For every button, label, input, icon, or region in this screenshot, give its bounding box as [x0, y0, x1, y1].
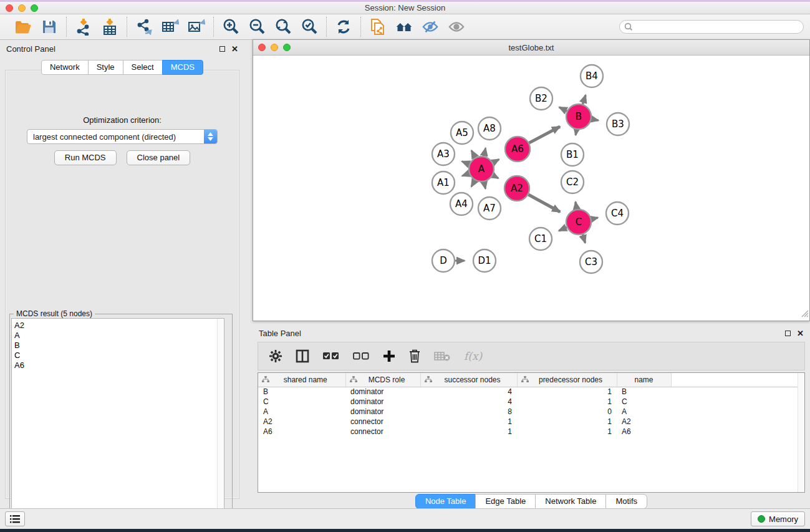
column-header-MCDS-role[interactable]: MCDS role	[345, 373, 420, 387]
table-tab-motifs[interactable]: Motifs	[605, 494, 647, 509]
cell[interactable]: A2	[617, 417, 671, 427]
node-B1[interactable]: B1	[561, 143, 584, 166]
close-table-panel-icon[interactable]: ✕	[797, 331, 804, 336]
open-file-icon[interactable]	[14, 18, 32, 36]
cell[interactable]: 1	[517, 427, 617, 437]
resize-grip-icon[interactable]	[801, 309, 809, 320]
edge-C-C4[interactable]	[591, 218, 597, 219]
edge-C-C1[interactable]	[559, 227, 567, 231]
zoom-in-icon[interactable]	[222, 18, 239, 36]
table-row[interactable]: A6connector11A6	[258, 427, 804, 437]
cell[interactable]: C	[258, 397, 345, 407]
cell[interactable]: A	[617, 407, 671, 417]
node-C3[interactable]: C3	[580, 251, 602, 273]
node-B2[interactable]: B2	[530, 87, 552, 110]
cell[interactable]: 1	[517, 397, 617, 407]
node-B3[interactable]: B3	[607, 113, 629, 135]
run-mcds-button[interactable]: Run MCDS	[54, 150, 117, 165]
result-item[interactable]: A2	[14, 321, 224, 331]
edge-B-B2[interactable]	[559, 107, 567, 111]
node-D1[interactable]: D1	[473, 249, 496, 272]
edge-C-C2[interactable]	[576, 202, 577, 210]
node-A7[interactable]: A7	[478, 197, 501, 220]
float-table-panel-icon[interactable]	[785, 331, 791, 336]
edge-A-A8[interactable]	[484, 148, 486, 156]
cell[interactable]: 1	[517, 417, 617, 427]
hide-unselected-icon[interactable]	[422, 18, 439, 36]
table-scrollbar[interactable]	[798, 373, 804, 492]
cell[interactable]: B	[617, 387, 671, 397]
memory-button[interactable]: Memory	[751, 511, 805, 526]
table-row[interactable]: Cdominator41C	[258, 397, 804, 407]
edge-A-A1[interactable]	[462, 173, 469, 176]
edge-A-A7[interactable]	[484, 182, 485, 189]
node-A4[interactable]: A4	[450, 193, 473, 215]
cell[interactable]: 1	[420, 417, 517, 427]
table-row[interactable]: Adominator80A	[258, 407, 804, 417]
export-table-icon[interactable]	[162, 18, 179, 36]
zoom-selected-icon[interactable]	[301, 18, 318, 36]
search-input[interactable]	[619, 20, 804, 34]
tab-style[interactable]: Style	[88, 60, 123, 75]
node-A6[interactable]: A6	[505, 137, 530, 162]
node-D[interactable]: D	[432, 249, 455, 272]
select-all-rows-icon[interactable]	[323, 347, 339, 365]
close-panel-button[interactable]: Close panel	[127, 150, 191, 165]
edge-B-B1[interactable]	[576, 130, 576, 135]
edge-A-A2[interactable]	[493, 175, 498, 178]
cell[interactable]: connector	[345, 427, 420, 437]
task-history-button[interactable]	[5, 511, 25, 526]
table-row[interactable]: A2connector11A2	[258, 417, 804, 427]
tab-select[interactable]: Select	[123, 60, 163, 75]
edge-A-A4[interactable]	[471, 180, 475, 186]
edge-B-B3[interactable]	[592, 119, 599, 120]
settings-gear-icon[interactable]	[269, 347, 282, 365]
cell[interactable]: 1	[517, 387, 617, 397]
edge-A-A5[interactable]	[471, 150, 475, 157]
edge-C-C3[interactable]	[582, 235, 585, 243]
edge-A6-B[interactable]	[529, 127, 560, 143]
import-table-icon[interactable]	[101, 18, 118, 36]
node-B[interactable]: B	[566, 104, 591, 129]
node-C2[interactable]: C2	[561, 171, 584, 193]
zoom-out-icon[interactable]	[248, 18, 266, 36]
node-A8[interactable]: A8	[478, 117, 501, 140]
node-A5[interactable]: A5	[451, 122, 473, 144]
add-column-icon[interactable]	[383, 347, 395, 365]
node-A[interactable]: A	[469, 157, 494, 181]
cell[interactable]: C	[617, 397, 671, 407]
node-A1[interactable]: A1	[432, 172, 455, 194]
node-B4[interactable]: B4	[581, 65, 603, 87]
cell[interactable]: A	[258, 407, 345, 417]
cell[interactable]: 0	[517, 407, 617, 417]
node-table[interactable]: shared nameMCDS rolesuccessor nodesprede…	[258, 372, 805, 493]
edge-A2-C[interactable]	[528, 195, 560, 212]
edge-A-A3[interactable]	[462, 162, 470, 165]
network-canvas[interactable]: B4B2BB3A8A5A6A3B1AC2A1A2A4A7C4CC1DD1C3	[253, 56, 809, 321]
cell[interactable]: 1	[420, 427, 517, 437]
result-item[interactable]: A	[14, 331, 224, 341]
node-C[interactable]: C	[566, 210, 591, 235]
home-layout-icon[interactable]	[395, 18, 413, 36]
delete-column-icon[interactable]	[409, 347, 420, 365]
cell[interactable]: 4	[420, 387, 517, 397]
cell[interactable]: B	[258, 387, 345, 397]
node-C1[interactable]: C1	[529, 228, 552, 250]
column-header-name[interactable]: name	[617, 373, 671, 387]
edge-A-A6[interactable]	[493, 159, 499, 162]
zoom-fit-icon[interactable]	[274, 18, 292, 36]
result-item[interactable]: A6	[14, 360, 224, 370]
node-A3[interactable]: A3	[432, 143, 455, 165]
result-item[interactable]: B	[14, 341, 224, 351]
cell[interactable]: A6	[617, 427, 671, 437]
deselect-all-rows-icon[interactable]	[353, 347, 369, 365]
node-A2[interactable]: A2	[504, 176, 529, 201]
cell[interactable]: dominator	[345, 397, 420, 407]
column-insert-icon[interactable]	[296, 347, 309, 365]
edge-B-B4[interactable]	[582, 95, 586, 104]
cell[interactable]: 8	[420, 407, 517, 417]
export-network-icon[interactable]	[135, 18, 153, 36]
export-image-icon[interactable]	[188, 18, 205, 36]
column-header-predecessor-nodes[interactable]: predecessor nodes	[517, 373, 617, 387]
table-tab-edge-table[interactable]: Edge Table	[475, 494, 536, 509]
